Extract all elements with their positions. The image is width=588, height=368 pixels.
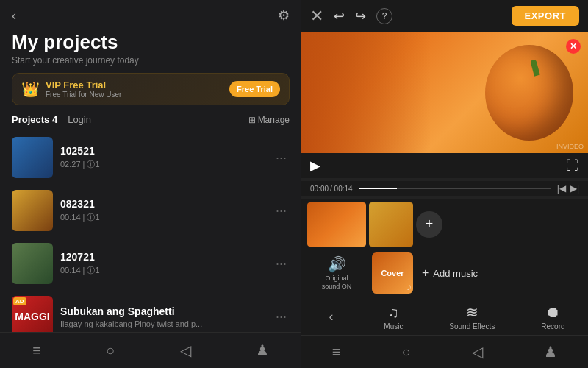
list-item[interactable]: 120721 00:14 | ⓘ1 ··· bbox=[6, 237, 295, 290]
menu-icon-right[interactable]: ≡ bbox=[320, 341, 353, 364]
back-button[interactable]: ‹ bbox=[12, 8, 16, 24]
add-music-row: + Add music bbox=[413, 252, 582, 294]
menu-icon[interactable]: ≡ bbox=[21, 339, 53, 362]
back-icon-right[interactable]: ◁ bbox=[460, 340, 495, 364]
home-icon[interactable]: ○ bbox=[94, 339, 126, 362]
bottom-tools: ‹ ♫ Music ≋ Sound Effects ⏺ Record bbox=[301, 297, 588, 335]
list-item[interactable]: MAGGI AD Subukan ang Spaghetti Ilagay ng… bbox=[6, 290, 295, 332]
more-options-button[interactable]: ··· bbox=[273, 200, 290, 222]
cover-label: Cover bbox=[381, 269, 404, 277]
project-meta: 02:27 | ⓘ1 bbox=[60, 159, 265, 170]
fullscreen-button[interactable]: ⛶ bbox=[566, 158, 579, 174]
more-options-button[interactable]: ··· bbox=[273, 147, 290, 169]
left-header: ‹ ⚙ bbox=[0, 0, 301, 28]
timeline-next[interactable]: ▶| bbox=[570, 183, 579, 194]
settings-icon[interactable]: ⚙ bbox=[278, 7, 290, 24]
add-clip-button[interactable]: + bbox=[416, 211, 442, 238]
music-icon: ♫ bbox=[388, 304, 399, 321]
video-preview: ✕ INVIDEO bbox=[301, 32, 588, 153]
list-item[interactable]: 082321 00:14 | ⓘ1 ··· bbox=[6, 184, 295, 237]
project-thumbnail: MAGGI AD bbox=[12, 296, 53, 332]
timeline-prev[interactable]: |◀ bbox=[557, 183, 566, 194]
projects-nav: Projects 4 Login ⊞ Manage bbox=[0, 114, 301, 125]
play-button[interactable]: ▶ bbox=[310, 158, 320, 174]
record-label: Record bbox=[541, 322, 564, 330]
project-info: 120721 00:14 | ⓘ1 bbox=[60, 251, 265, 276]
projects-count-tab[interactable]: Projects 4 bbox=[12, 114, 57, 125]
more-options-button[interactable]: ··· bbox=[273, 306, 290, 328]
audio-section: 🔊 Original sound ON Cover ♪ + Add music bbox=[301, 250, 588, 297]
manage-icon: ⊞ bbox=[248, 115, 256, 125]
sound-icon: 🔊 bbox=[328, 255, 346, 273]
clip-thumbnail[interactable] bbox=[307, 202, 366, 247]
crown-icon: 👑 bbox=[21, 80, 40, 98]
clip-thumbnail[interactable] bbox=[369, 202, 413, 247]
project-info: 102521 02:27 | ⓘ1 bbox=[60, 145, 265, 170]
project-meta: 00:14 | ⓘ1 bbox=[60, 265, 265, 276]
back-nav-icon[interactable]: ◁ bbox=[168, 339, 203, 362]
playback-bar: ▶ ⛶ bbox=[301, 153, 588, 178]
cover-note: ♪ bbox=[406, 280, 412, 292]
sound-effects-icon: ≋ bbox=[466, 303, 478, 321]
timeline-progress bbox=[359, 188, 397, 189]
manage-button[interactable]: ⊞ Manage bbox=[248, 115, 290, 125]
vip-banner[interactable]: 👑 VIP Free Trial Free Trial for New User… bbox=[12, 73, 290, 105]
close-button[interactable]: ✕ bbox=[310, 7, 323, 26]
sound-label: Original sound ON bbox=[322, 275, 352, 291]
preview-background bbox=[301, 32, 588, 153]
export-button[interactable]: EXPORT bbox=[512, 6, 579, 26]
current-time: 00:00 bbox=[310, 185, 329, 193]
vip-text-group: VIP Free Trial Free Trial for New User bbox=[46, 79, 121, 99]
project-thumbnail bbox=[12, 137, 53, 178]
project-name: 120721 bbox=[60, 251, 265, 263]
chevron-left-button[interactable]: ‹ bbox=[324, 305, 337, 329]
project-thumbnail bbox=[12, 243, 53, 284]
timeline-ruler[interactable] bbox=[359, 188, 551, 189]
redo-button[interactable]: ↪ bbox=[355, 8, 366, 24]
project-info: 082321 00:14 | ⓘ1 bbox=[60, 198, 265, 223]
clips-row: + bbox=[301, 199, 588, 250]
list-item[interactable]: 102521 02:27 | ⓘ1 ··· bbox=[6, 131, 295, 184]
project-name: 102521 bbox=[60, 145, 265, 157]
music-label: Music bbox=[384, 322, 403, 330]
project-meta: 00:14 | ⓘ1 bbox=[60, 212, 265, 223]
project-name: Subukan ang Spaghetti bbox=[60, 305, 265, 317]
vip-banner-left: 👑 VIP Free Trial Free Trial for New User bbox=[21, 79, 121, 99]
timeline-bar: 00:00 / 00:14 |◀ ▶| bbox=[301, 181, 588, 196]
project-info: Subukan ang Spaghetti Ilagay ng kakaiban… bbox=[60, 305, 265, 328]
free-trial-button[interactable]: Free Trial bbox=[229, 81, 280, 97]
cover-thumbnail[interactable]: Cover ♪ bbox=[372, 252, 413, 294]
record-icon: ⏺ bbox=[545, 304, 560, 321]
toolbar-left: ✕ ↩ ↪ ? bbox=[310, 7, 392, 26]
profile-icon-right[interactable]: ♟ bbox=[532, 340, 569, 364]
left-panel: ‹ ⚙ My projects Start your creative jour… bbox=[0, 0, 301, 368]
bottom-nav-left: ≡ ○ ◁ ♟ bbox=[0, 332, 301, 368]
project-list: 102521 02:27 | ⓘ1 ··· 082321 00:14 | ⓘ1 … bbox=[0, 131, 301, 332]
right-panel: ✕ ↩ ↪ ? EXPORT ✕ INVIDEO ▶ ⛶ 00:00 bbox=[301, 0, 588, 368]
project-thumbnail bbox=[12, 190, 53, 231]
help-button[interactable]: ? bbox=[376, 8, 392, 24]
record-tool[interactable]: ⏺ Record bbox=[541, 304, 564, 330]
right-toolbar: ✕ ↩ ↪ ? EXPORT bbox=[301, 0, 588, 32]
profile-icon[interactable]: ♟ bbox=[244, 339, 281, 362]
original-sound-toggle[interactable]: 🔊 Original sound ON bbox=[307, 252, 366, 294]
plus-icon: + bbox=[422, 266, 429, 280]
vip-subtitle: Free Trial for New User bbox=[46, 91, 121, 99]
more-options-button[interactable]: ··· bbox=[273, 253, 290, 275]
add-music-button[interactable]: + Add music bbox=[422, 266, 478, 280]
sound-effects-tool[interactable]: ≋ Sound Effects bbox=[449, 303, 495, 330]
ad-badge: AD bbox=[13, 297, 26, 305]
sound-effects-label: Sound Effects bbox=[449, 322, 495, 330]
error-badge[interactable]: ✕ bbox=[566, 39, 581, 54]
timeline-area: 00:00 / 00:14 |◀ ▶| bbox=[301, 178, 588, 199]
bottom-nav-right: ≡ ○ ◁ ♟ bbox=[301, 335, 588, 368]
pumpkin-shape bbox=[485, 45, 573, 141]
project-name: 082321 bbox=[60, 198, 265, 210]
page-title: My projects bbox=[12, 31, 290, 54]
login-tab[interactable]: Login bbox=[68, 114, 91, 125]
music-tool[interactable]: ♫ Music bbox=[384, 304, 403, 330]
home-icon-right[interactable]: ○ bbox=[390, 341, 423, 364]
vip-title: VIP Free Trial bbox=[46, 79, 121, 91]
watermark: INVIDEO bbox=[556, 143, 584, 150]
undo-button[interactable]: ↩ bbox=[334, 8, 345, 24]
